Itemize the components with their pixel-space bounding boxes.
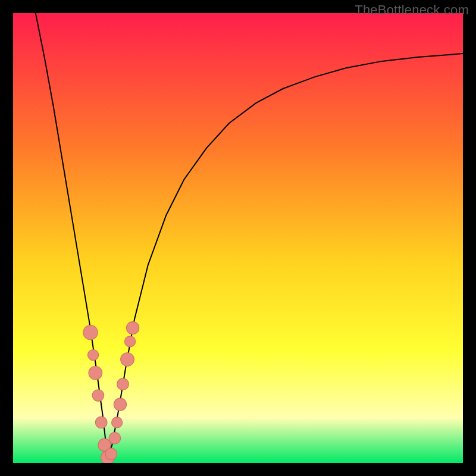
- chart-svg: [13, 13, 463, 463]
- data-marker: [105, 448, 117, 460]
- data-marker: [89, 366, 102, 380]
- data-marker: [117, 378, 129, 390]
- data-marker: [114, 398, 126, 411]
- watermark-text: TheBottleneck.com: [355, 2, 469, 18]
- data-marker: [92, 390, 104, 402]
- data-marker: [121, 353, 134, 367]
- outer-frame: TheBottleneck.com: [0, 0, 476, 476]
- gradient-background: [13, 13, 463, 463]
- data-marker: [87, 349, 98, 360]
- data-marker: [112, 417, 123, 428]
- data-marker: [127, 322, 139, 334]
- data-marker: [83, 325, 98, 340]
- data-marker: [109, 433, 121, 444]
- data-marker: [124, 336, 135, 347]
- plot-area: [13, 13, 463, 463]
- data-marker: [95, 416, 107, 428]
